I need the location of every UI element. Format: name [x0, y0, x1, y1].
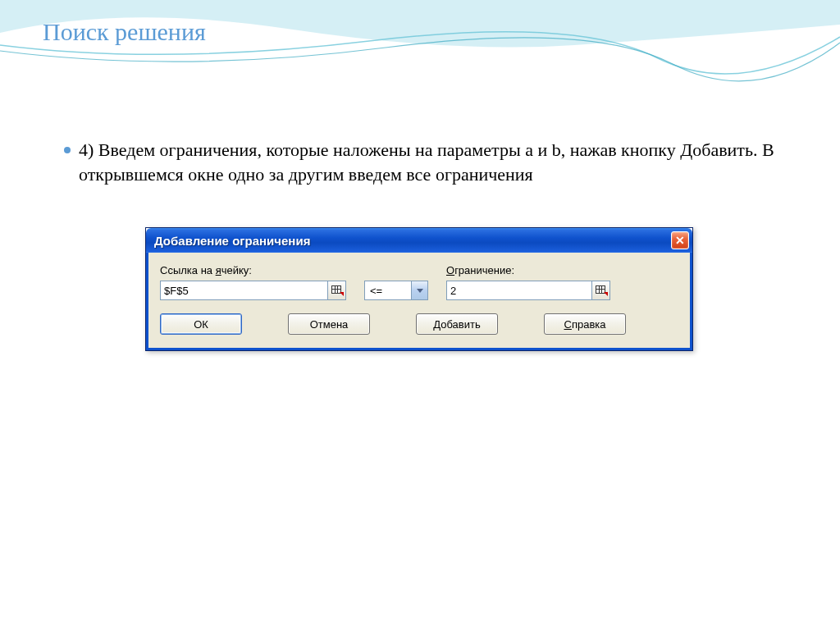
cancel-button[interactable]: Отмена — [288, 313, 370, 335]
bullet-text: 4) Введем ограничения, которые наложены … — [79, 138, 774, 186]
add-constraint-dialog: Добавление ограничения ✕ Ссылка на ячейк… — [145, 227, 693, 351]
form-row: Ссылка на ячейку: <= — [160, 264, 678, 300]
constraint-label: Ограничение: — [446, 264, 610, 276]
add-button[interactable]: Добавить — [416, 313, 498, 335]
cell-range-picker-button[interactable] — [328, 281, 346, 300]
chevron-down-icon — [417, 289, 423, 293]
help-button[interactable]: Справка — [544, 313, 626, 335]
bullet-icon — [64, 147, 71, 153]
ok-button[interactable]: ОК — [160, 313, 242, 335]
dialog-body: Ссылка на ячейку: <= — [146, 253, 692, 350]
constraint-input-wrap — [446, 281, 610, 300]
close-button[interactable]: ✕ — [671, 231, 689, 249]
range-picker-icon — [331, 285, 343, 295]
bullet-item: 4) Введем ограничения, которые наложены … — [64, 138, 774, 186]
dialog-title: Добавление ограничения — [154, 234, 310, 248]
close-icon: ✕ — [675, 234, 685, 247]
cell-reference-input-wrap — [160, 281, 346, 300]
constraint-group: Ограничение: — [446, 264, 610, 300]
constraint-range-picker-button[interactable] — [592, 281, 610, 300]
slide-title: Поиск решения — [43, 18, 206, 46]
cell-reference-group: Ссылка на ячейку: — [160, 264, 346, 300]
cell-reference-label: Ссылка на ячейку: — [160, 264, 346, 276]
constraint-input[interactable] — [446, 281, 592, 300]
operator-dropdown-button[interactable] — [412, 281, 428, 300]
operator-value: <= — [364, 281, 412, 300]
dialog-titlebar[interactable]: Добавление ограничения ✕ — [146, 228, 692, 253]
operator-combobox[interactable]: <= — [364, 281, 428, 300]
range-picker-icon — [596, 285, 607, 295]
operator-group: <= — [364, 281, 428, 300]
cell-reference-input[interactable] — [160, 281, 328, 300]
dialog-button-row: ОК Отмена Добавить Справка — [160, 313, 678, 335]
